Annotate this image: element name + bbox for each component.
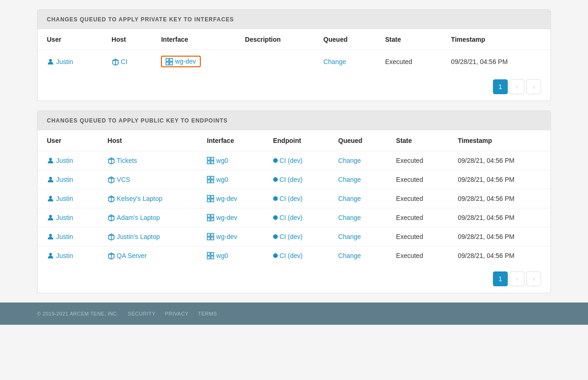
- svg-rect-15: [211, 161, 214, 164]
- svg-rect-7: [170, 62, 173, 65]
- col-interface-1: Interface: [152, 29, 236, 50]
- host-link[interactable]: QA Server: [117, 252, 147, 259]
- queued-link[interactable]: Change: [338, 214, 361, 221]
- table-row: Justin Adam's Laptop wg-dev CI (dev) Cha…: [38, 208, 550, 227]
- host-link[interactable]: VCS: [117, 176, 130, 183]
- col-endpoint-2: Endpoint: [264, 130, 329, 151]
- cell-user: Justin: [38, 208, 98, 227]
- footer-privacy-link[interactable]: PRIVACY: [165, 311, 189, 316]
- dot-icon: [273, 158, 278, 163]
- user-link[interactable]: Justin: [56, 176, 73, 183]
- svg-rect-4: [166, 58, 169, 61]
- page-wrapper: CHANGES QUEUED TO APPLY PRIVATE KEY TO I…: [0, 9, 588, 325]
- cell-endpoint: CI (dev): [264, 208, 329, 227]
- queued-link[interactable]: Change: [338, 252, 361, 259]
- dot-icon: [273, 253, 278, 258]
- interface-link[interactable]: wg0: [216, 157, 228, 164]
- user-link[interactable]: Justin: [56, 157, 73, 164]
- svg-rect-54: [207, 256, 210, 259]
- queued-link[interactable]: Change: [338, 157, 361, 164]
- cell-state: Executed: [387, 189, 448, 208]
- cell-timestamp: 09/28/21, 04:56 PM: [448, 170, 550, 189]
- interface-link[interactable]: wg-dev: [216, 195, 237, 202]
- public-key-header: CHANGES QUEUED TO APPLY PUBLIC KEY TO EN…: [38, 111, 550, 130]
- dot-icon: [273, 196, 278, 201]
- cell-interface: wg-dev: [198, 208, 263, 227]
- interface-link[interactable]: wg-dev: [216, 233, 237, 240]
- user-link[interactable]: Justin: [56, 252, 73, 259]
- host-link[interactable]: CI: [121, 58, 128, 65]
- user-link[interactable]: Justin: [56, 233, 73, 240]
- public-key-section: CHANGES QUEUED TO APPLY PUBLIC KEY TO EN…: [37, 110, 551, 293]
- svg-point-24: [49, 196, 52, 199]
- prev-btn-private[interactable]: ‹: [510, 79, 524, 94]
- cell-description: [236, 50, 314, 73]
- cell-queued: Change: [329, 227, 387, 246]
- cell-timestamp: 09/28/21, 04:56 PM: [448, 151, 550, 170]
- cell-interface: wg-dev: [152, 50, 236, 73]
- endpoint-link[interactable]: CI (dev): [280, 214, 303, 221]
- interface-link[interactable]: wg-dev: [216, 214, 237, 221]
- host-link[interactable]: Justin's Laptop: [117, 233, 160, 240]
- cell-queued: Change: [329, 208, 387, 227]
- svg-rect-44: [207, 233, 210, 236]
- queued-link[interactable]: Change: [338, 176, 361, 183]
- svg-rect-45: [211, 233, 214, 236]
- cell-queued: Change: [329, 246, 387, 265]
- svg-rect-52: [207, 252, 210, 255]
- col-timestamp-2: Timestamp: [448, 130, 550, 151]
- svg-rect-20: [207, 176, 210, 179]
- page-1-btn-public[interactable]: 1: [493, 271, 508, 286]
- host-link[interactable]: Kelsey's Laptop: [117, 195, 162, 202]
- next-btn-private[interactable]: ›: [526, 79, 541, 94]
- private-key-section: CHANGES QUEUED TO APPLY PRIVATE KEY TO I…: [37, 9, 551, 101]
- svg-rect-53: [211, 252, 214, 255]
- host-link[interactable]: Tickets: [117, 157, 137, 164]
- cell-interface: wg0: [198, 246, 263, 265]
- user-link[interactable]: Justin: [56, 195, 73, 202]
- cell-timestamp: 09/28/21, 04:56 PM: [448, 227, 550, 246]
- cell-host: QA Server: [98, 246, 198, 265]
- cell-interface: wg0: [198, 151, 263, 170]
- col-user-1: User: [38, 29, 102, 50]
- queued-link[interactable]: Change: [323, 58, 346, 65]
- table-row: Justin Justin's Laptop wg-dev CI (dev) C…: [38, 227, 550, 246]
- endpoint-link[interactable]: CI (dev): [280, 252, 303, 259]
- footer-security-link[interactable]: SECURITY: [128, 311, 156, 316]
- next-btn-public[interactable]: ›: [526, 271, 541, 286]
- public-key-title: CHANGES QUEUED TO APPLY PUBLIC KEY TO EN…: [47, 117, 541, 124]
- svg-rect-37: [211, 214, 214, 217]
- col-description-1: Description: [236, 29, 314, 50]
- cell-interface: wg0: [198, 170, 263, 189]
- queued-link[interactable]: Change: [338, 233, 361, 240]
- svg-rect-30: [207, 199, 210, 202]
- endpoint-link[interactable]: CI (dev): [280, 176, 303, 183]
- interface-link[interactable]: wg-dev: [175, 58, 196, 65]
- interface-link[interactable]: wg0: [216, 176, 228, 183]
- svg-rect-14: [207, 161, 210, 164]
- prev-btn-public[interactable]: ‹: [510, 271, 524, 286]
- page-1-btn-private[interactable]: 1: [493, 79, 508, 94]
- user-link[interactable]: Justin: [56, 214, 73, 221]
- cell-queued: Change: [329, 189, 387, 208]
- queued-link[interactable]: Change: [338, 195, 361, 202]
- endpoint-link[interactable]: CI (dev): [280, 195, 303, 202]
- table-row: Justin Kelsey's Laptop wg-dev CI (dev) C…: [38, 189, 550, 208]
- public-key-thead-row: User Host Interface Endpoint Queued Stat…: [38, 130, 550, 151]
- endpoint-link[interactable]: CI (dev): [280, 233, 303, 240]
- endpoint-link[interactable]: CI (dev): [280, 157, 303, 164]
- svg-rect-23: [211, 180, 214, 183]
- footer-terms-link[interactable]: TERMS: [198, 311, 217, 316]
- host-link[interactable]: Adam's Laptop: [117, 214, 160, 221]
- cell-user: Justin: [38, 151, 98, 170]
- cell-timestamp: 09/28/21, 04:56 PM: [448, 246, 550, 265]
- cell-endpoint: CI (dev): [264, 246, 329, 265]
- public-key-table: User Host Interface Endpoint Queued Stat…: [38, 130, 550, 265]
- svg-point-48: [49, 253, 52, 256]
- user-link[interactable]: Justin: [56, 58, 73, 65]
- interface-link[interactable]: wg0: [216, 252, 228, 259]
- cell-user: Justin: [38, 246, 98, 265]
- dot-icon: [273, 234, 278, 239]
- cell-timestamp: 09/28/21, 04:56 PM: [448, 189, 550, 208]
- footer: © 2019-2021 ARCEM TENE, INC. SECURITY PR…: [0, 303, 588, 325]
